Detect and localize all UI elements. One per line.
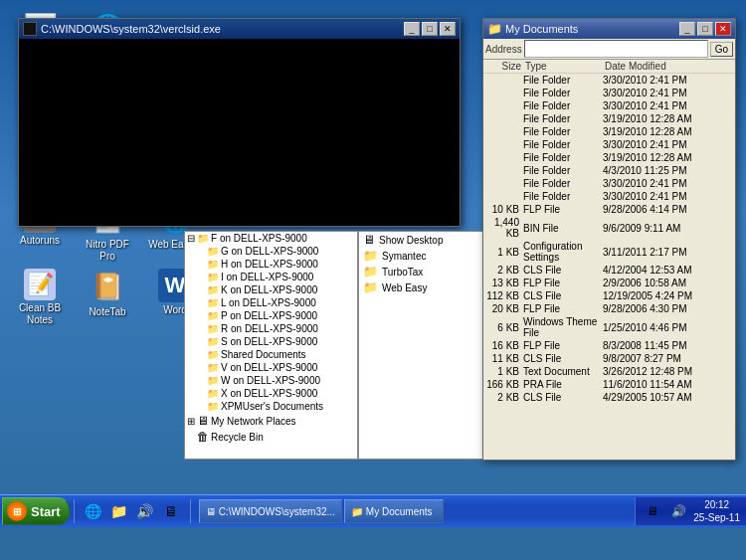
context-label: Show Desktop bbox=[379, 235, 443, 246]
tree-item-label: P on DELL-XPS-9000 bbox=[221, 310, 317, 321]
file-row[interactable]: 20 KB FLP File 9/28/2006 4:30 PM bbox=[483, 302, 735, 315]
file-row[interactable]: 13 KB FLP File 2/9/2006 10:58 AM bbox=[483, 277, 735, 289]
tray-volume-icon[interactable]: 🔊 bbox=[667, 500, 689, 522]
taskbar-divider-1 bbox=[74, 499, 75, 523]
file-row[interactable]: File Folder 3/19/2010 12:28 AM bbox=[483, 151, 735, 164]
address-label: Address bbox=[485, 44, 522, 55]
tree-item-f-drive[interactable]: ⊟ 📁 F on DELL-XPS-9000 bbox=[185, 232, 357, 245]
taskbar-explorer-button[interactable]: 📁 My Documents bbox=[344, 499, 444, 523]
file-row[interactable]: 1 KB Configuration Settings 3/11/2011 2:… bbox=[483, 240, 735, 264]
file-row[interactable]: 6 KB Windows Theme File 1/25/2010 4:46 P… bbox=[483, 315, 735, 339]
file-row[interactable]: File Folder 3/30/2010 2:41 PM bbox=[483, 138, 735, 151]
tree-item-label: G on DELL-XPS-9000 bbox=[221, 246, 318, 257]
explorer-titlebar: 📁 My Documents _ □ ✕ bbox=[483, 19, 735, 39]
file-row[interactable]: File Folder 3/30/2010 2:41 PM bbox=[483, 190, 735, 203]
clock-date: 25-Sep-11 bbox=[693, 511, 740, 524]
tree-item-label: F on DELL-XPS-9000 bbox=[211, 233, 307, 244]
taskbar-cmd-button[interactable]: 🖥 C:\WINDOWS\system32... bbox=[199, 499, 342, 523]
file-row[interactable]: 11 KB CLS File 9/8/2007 8:27 PM bbox=[483, 352, 735, 365]
cmd-maximize-button[interactable]: □ bbox=[422, 22, 438, 36]
taskbar-explorer-icon: 📁 bbox=[351, 506, 363, 517]
file-row[interactable]: File Folder 4/3/2010 11:25 PM bbox=[483, 164, 735, 177]
folder-icon: 📁 bbox=[207, 388, 219, 399]
tree-item-k-drive[interactable]: 📁 K on DELL-XPS-9000 bbox=[195, 283, 357, 296]
notetab-icon: 📔 bbox=[90, 269, 125, 304]
file-row[interactable]: 1 KB Text Document 3/26/2012 12:48 PM bbox=[483, 365, 735, 378]
file-list: File Folder 3/30/2010 2:41 PM File Folde… bbox=[483, 74, 735, 440]
tray-network-icon[interactable]: 🖥 bbox=[642, 500, 663, 522]
folder-icon: 📁 bbox=[207, 349, 219, 360]
file-row[interactable]: 16 KB FLP File 8/3/2008 11:45 PM bbox=[483, 339, 735, 352]
taskbar-ie-icon[interactable]: 🌐 bbox=[83, 500, 104, 522]
cmd-titlebar: C:\WINDOWS\system32\verclsid.exe _ □ ✕ bbox=[19, 19, 460, 39]
tree-item-g-drive[interactable]: 📁 G on DELL-XPS-9000 bbox=[195, 245, 357, 258]
go-button[interactable]: Go bbox=[710, 42, 733, 57]
explorer-window: 📁 My Documents _ □ ✕ Address Go Size Typ… bbox=[482, 18, 736, 461]
tree-item-mynetwork[interactable]: ⊞ 🖥 My Network Places bbox=[185, 413, 357, 429]
cmd-icon bbox=[23, 22, 37, 36]
file-row[interactable]: 2 KB CLS File 4/12/2004 12:53 AM bbox=[483, 264, 735, 277]
tree-item-s-drive[interactable]: 📁 S on DELL-XPS-9000 bbox=[195, 335, 357, 348]
tree-item-r-drive[interactable]: 📁 R on DELL-XPS-9000 bbox=[195, 322, 357, 335]
file-row[interactable]: File Folder 3/30/2010 2:41 PM bbox=[483, 74, 735, 87]
start-button[interactable]: ⊞ Start bbox=[2, 497, 70, 525]
tree-item-label: V on DELL-XPS-9000 bbox=[221, 362, 317, 373]
explorer-minimize-button[interactable]: _ bbox=[679, 22, 695, 36]
file-row[interactable]: 10 KB FLP File 9/28/2006 4:14 PM bbox=[483, 203, 735, 216]
file-row[interactable]: 166 KB PRA File 11/6/2010 11:54 AM bbox=[483, 378, 735, 391]
taskbar-divider-2 bbox=[190, 499, 191, 523]
show-desktop-icon: 🖥 bbox=[363, 233, 375, 247]
explorer-title-text: My Documents bbox=[505, 23, 578, 35]
desktop-icon-notetab[interactable]: 📔 NoteTab bbox=[76, 267, 139, 328]
tree-item-x-drive[interactable]: 📁 X on DELL-XPS-9000 bbox=[195, 387, 357, 400]
file-row[interactable]: File Folder 3/30/2010 2:41 PM bbox=[483, 99, 735, 112]
taskbar-media-icon[interactable]: 🔊 bbox=[134, 500, 156, 522]
tree-item-xpmuser[interactable]: 📁 XPMUser's Documents bbox=[195, 400, 357, 413]
start-label: Start bbox=[31, 504, 61, 519]
file-row[interactable]: File Folder 3/19/2010 12:28 AM bbox=[483, 125, 735, 138]
tree-item-shared[interactable]: 📁 Shared Documents bbox=[195, 348, 357, 361]
cmd-minimize-button[interactable]: _ bbox=[404, 22, 420, 36]
file-row[interactable]: 1,440 KB BIN File 9/6/2009 9:11 AM bbox=[483, 216, 735, 240]
taskbar-explorer-label: My Documents bbox=[366, 506, 433, 517]
folder-icon: 📁 bbox=[207, 259, 219, 270]
desktop-icon-cleanbbnotes[interactable]: 📝 Clean BB Notes bbox=[8, 267, 72, 328]
explorer-maximize-button[interactable]: □ bbox=[697, 22, 713, 36]
file-row[interactable]: 112 KB CLS File 12/19/2005 4:24 PM bbox=[483, 289, 735, 302]
cmd-body[interactable] bbox=[19, 39, 460, 226]
tree-item-i-drive[interactable]: 📁 I on DELL-XPS-9000 bbox=[195, 271, 357, 283]
address-input[interactable] bbox=[524, 40, 708, 58]
taskbar-extra-icon[interactable]: 🖥 bbox=[160, 500, 182, 522]
file-row[interactable]: File Folder 3/30/2010 2:41 PM bbox=[483, 177, 735, 190]
clock-time: 20:12 bbox=[693, 498, 740, 511]
taskbar-window-buttons: 🖥 C:\WINDOWS\system32... 📁 My Documents bbox=[195, 499, 636, 523]
explorer-close-button[interactable]: ✕ bbox=[715, 22, 731, 36]
tree-item-recycle[interactable]: 🗑 Recycle Bin bbox=[185, 429, 357, 445]
folder-icon: 📁 bbox=[207, 362, 219, 373]
system-clock[interactable]: 20:12 25-Sep-11 bbox=[693, 498, 740, 524]
file-row[interactable]: File Folder 3/19/2010 12:28 AM bbox=[483, 112, 735, 125]
tree-item-l-drive[interactable]: 📁 L on DELL-XPS-9000 bbox=[195, 296, 357, 309]
quick-launch-area: 🌐 📁 🔊 🖥 bbox=[79, 500, 186, 522]
taskbar-folder-icon[interactable]: 📁 bbox=[108, 500, 130, 522]
file-row[interactable]: 2 KB CLS File 4/29/2005 10:57 AM bbox=[483, 391, 735, 404]
system-tray: 🖥 🔊 20:12 25-Sep-11 bbox=[635, 497, 746, 525]
tree-item-label: H on DELL-XPS-9000 bbox=[221, 259, 318, 270]
tree-item-label: W on DELL-XPS-9000 bbox=[221, 375, 320, 386]
network-icon: 🖥 bbox=[197, 414, 209, 428]
tree-item-v-drive[interactable]: 📁 V on DELL-XPS-9000 bbox=[195, 361, 357, 374]
context-label: Symantec bbox=[382, 251, 426, 262]
explorer-window-controls: _ □ ✕ bbox=[679, 22, 731, 36]
cmd-title-text: C:\WINDOWS\system32\verclsid.exe bbox=[41, 23, 221, 35]
cleanbbnotes-icon: 📝 bbox=[24, 269, 56, 300]
folder-icon: 📁 bbox=[207, 310, 219, 321]
folder-icon: 📁 bbox=[207, 401, 219, 412]
tree-item-w-drive[interactable]: 📁 W on DELL-XPS-9000 bbox=[195, 374, 357, 387]
tree-item-h-drive[interactable]: 📁 H on DELL-XPS-9000 bbox=[195, 258, 357, 271]
folder-icon: 📁 bbox=[197, 233, 209, 244]
file-row[interactable]: File Folder 3/30/2010 2:41 PM bbox=[483, 87, 735, 99]
cmd-close-button[interactable]: ✕ bbox=[440, 22, 456, 36]
context-label: TurboTax bbox=[382, 267, 423, 278]
tree-item-p-drive[interactable]: 📁 P on DELL-XPS-9000 bbox=[195, 309, 357, 322]
tree-item-label: XPMUser's Documents bbox=[221, 401, 323, 412]
